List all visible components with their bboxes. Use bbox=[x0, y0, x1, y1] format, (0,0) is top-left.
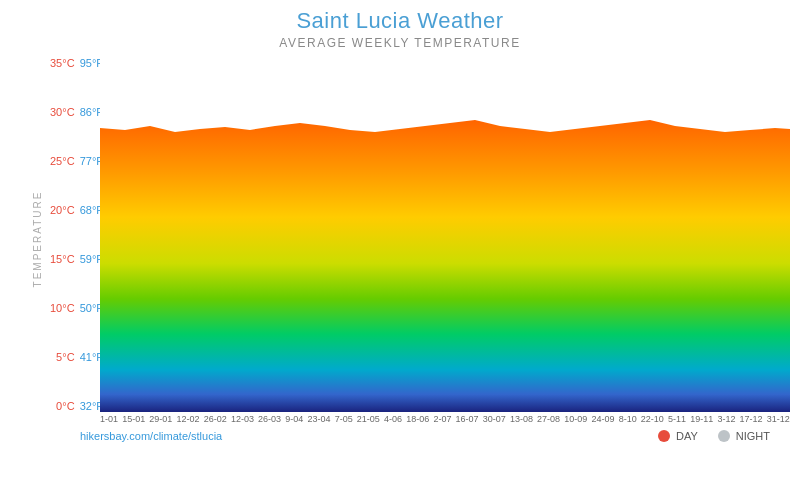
chart-legend: DAY NIGHT bbox=[658, 430, 770, 442]
svg-marker-9 bbox=[100, 58, 790, 132]
y-label-10: 10°C 50°F bbox=[48, 303, 103, 314]
night-label: NIGHT bbox=[736, 430, 770, 442]
y-axis-label: TEMPERATURE bbox=[32, 191, 43, 288]
y-label-15: 15°C 59°F bbox=[48, 254, 103, 265]
x-label: 12-03 bbox=[231, 414, 254, 424]
y-label-0: 0°C 32°F bbox=[48, 401, 103, 412]
x-label: 22-10 bbox=[641, 414, 664, 424]
chart-footer: hikersbay.com/climate/stlucia DAY NIGHT bbox=[0, 430, 800, 442]
chart-title: Saint Lucia Weather bbox=[296, 8, 503, 34]
x-label: 26-03 bbox=[258, 414, 281, 424]
x-label: 30-07 bbox=[483, 414, 506, 424]
x-label: 31-12 bbox=[767, 414, 790, 424]
x-label: 12-02 bbox=[177, 414, 200, 424]
chart-subtitle: AVERAGE WEEKLY TEMPERATURE bbox=[279, 36, 520, 50]
x-label: 2-07 bbox=[433, 414, 451, 424]
x-label: 1-01 bbox=[100, 414, 118, 424]
x-label: 23-04 bbox=[307, 414, 330, 424]
x-label: 24-09 bbox=[591, 414, 614, 424]
chart-container: Saint Lucia Weather AVERAGE WEEKLY TEMPE… bbox=[0, 0, 800, 500]
x-label: 15-01 bbox=[122, 414, 145, 424]
x-label: 10-09 bbox=[564, 414, 587, 424]
x-label: 17-12 bbox=[740, 414, 763, 424]
x-label: 5-11 bbox=[668, 414, 686, 424]
website-url: hikersbay.com/climate/stlucia bbox=[80, 430, 222, 442]
x-label: 26-02 bbox=[204, 414, 227, 424]
x-label: 16-07 bbox=[456, 414, 479, 424]
y-label-5: 5°C 41°F bbox=[48, 352, 103, 363]
x-label: 9-04 bbox=[285, 414, 303, 424]
night-dot bbox=[718, 430, 730, 442]
x-label: 4-06 bbox=[384, 414, 402, 424]
legend-day: DAY bbox=[658, 430, 698, 442]
x-label: 3-12 bbox=[717, 414, 735, 424]
x-label: 27-08 bbox=[537, 414, 560, 424]
x-label: 19-11 bbox=[690, 414, 713, 424]
legend-night: NIGHT bbox=[718, 430, 770, 442]
y-label-25: 25°C 77°F bbox=[48, 156, 103, 167]
y-label-30: 30°C 86°F bbox=[48, 107, 103, 118]
y-label-35: 35°C 95°F bbox=[48, 58, 103, 69]
temperature-chart bbox=[100, 58, 790, 412]
x-label: 7-05 bbox=[335, 414, 353, 424]
x-label: 18-06 bbox=[406, 414, 429, 424]
day-dot bbox=[658, 430, 670, 442]
x-label: 8-10 bbox=[619, 414, 637, 424]
x-label: 29-01 bbox=[149, 414, 172, 424]
x-label: 21-05 bbox=[357, 414, 380, 424]
day-label: DAY bbox=[676, 430, 698, 442]
x-label: 13-08 bbox=[510, 414, 533, 424]
y-label-20: 20°C 68°F bbox=[48, 205, 103, 216]
